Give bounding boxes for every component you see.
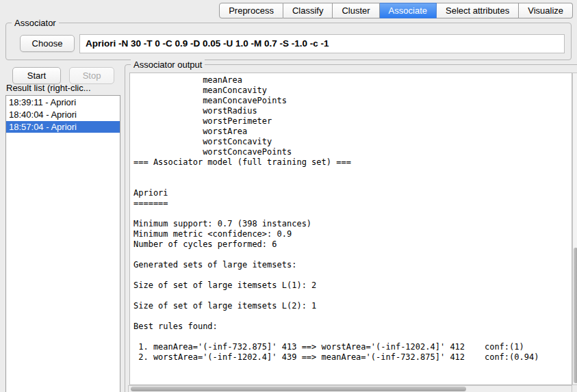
associator-scheme-text: Apriori -N 30 -T 0 -C 0.9 -D 0.05 -U 1.0… [86,38,329,49]
output-scroll-area[interactable]: meanArea meanConcavity meanConcavePoints… [129,73,572,385]
result-list: 18:39:11 - Apriori 18:40:04 - Apriori 18… [5,95,120,392]
associator-scheme-field[interactable]: Apriori -N 30 -T 0 -C 0.9 -D 0.05 -U 1.0… [79,34,565,53]
associator-output-title: Associator output [131,60,205,70]
associator-group-title: Associator [12,18,59,28]
associator-output-text: meanArea meanConcavity meanConcavePoints… [130,73,572,363]
result-list-title: Result list (right-clic... [6,83,91,93]
result-list-item[interactable]: 18:39:11 - Apriori [6,96,120,108]
associator-output-group: Associator output meanArea meanConcavity… [125,64,577,392]
associator-group: Associator Choose Apriori -N 30 -T 0 -C … [5,23,572,60]
tab-select-attributes[interactable]: Select attributes [437,3,519,18]
vertical-scrollbar-thumb[interactable] [574,248,577,383]
choose-button[interactable]: Choose [20,35,75,52]
tab-bar: Preprocess Classify Cluster Associate Se… [219,3,573,18]
vertical-scrollbar[interactable] [572,73,577,385]
tab-associate[interactable]: Associate [380,3,437,18]
horizontal-scrollbar-thumb[interactable] [131,387,466,391]
stop-button[interactable]: Stop [69,67,114,84]
tab-cluster[interactable]: Cluster [333,3,379,18]
horizontal-scrollbar[interactable] [128,385,572,392]
tab-visualize[interactable]: Visualize [519,3,573,18]
start-button[interactable]: Start [12,67,61,84]
result-list-item[interactable]: 18:40:04 - Apriori [6,109,120,120]
tab-classify[interactable]: Classify [283,3,333,18]
result-list-item[interactable]: 18:57:04 - Apriori [6,121,120,133]
tab-preprocess[interactable]: Preprocess [219,3,283,18]
